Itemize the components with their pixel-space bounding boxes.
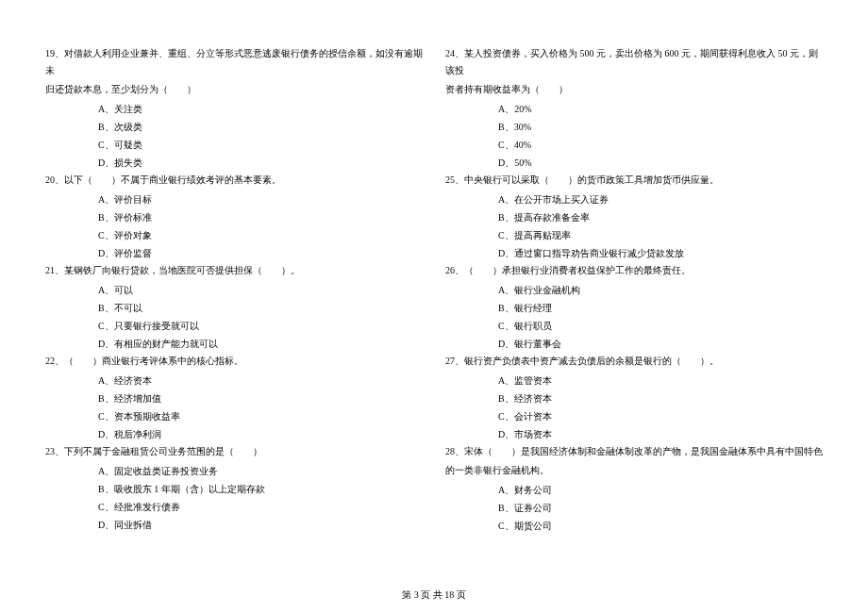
- right-column: 24、某人投资债券，买入价格为 500 元，卖出价格为 600 元，期间获得利息…: [445, 45, 823, 573]
- q25-opt-a: A、在公开市场上买入证券: [498, 191, 823, 208]
- q27-opt-b: B、经济资本: [498, 389, 823, 407]
- q27-opt-a: A、监管资本: [498, 372, 823, 389]
- q28-opt-b: B、证券公司: [498, 499, 823, 517]
- q22-opt-c: C、资本预期收益率: [98, 407, 423, 425]
- q26-opt-d: D、银行董事会: [498, 335, 823, 353]
- q26-line1: 26、（ ）承担银行业消费者权益保护工作的最终责任。: [445, 262, 823, 279]
- q22-line1: 22、（ ）商业银行考评体系中的核心指标。: [45, 353, 423, 370]
- left-column: 19、对借款人利用企业兼并、重组、分立等形式恶意逃废银行债务的授信余额，如没有逾…: [45, 45, 423, 573]
- q28-opt-c: C、期货公司: [498, 517, 823, 535]
- q25-opt-b: B、提高存款准备金率: [498, 208, 823, 226]
- q27-opt-c: C、会计资本: [498, 407, 823, 425]
- q24-opt-b: B、30%: [498, 118, 823, 136]
- q23-line1: 23、下列不属于金融租赁公司业务范围的是（ ）: [45, 443, 423, 460]
- q24-opt-d: D、50%: [498, 154, 823, 172]
- q19-opt-a: A、关注类: [98, 100, 423, 118]
- q22-opt-b: B、经济增加值: [98, 389, 423, 407]
- q21-opt-a: A、可以: [98, 281, 423, 299]
- q19-line2: 归还贷款本息，至少划分为（ ）: [45, 81, 423, 98]
- q21-opt-d: D、有相应的财产能力就可以: [98, 335, 423, 353]
- q19-opt-b: B、次级类: [98, 118, 423, 136]
- q20-line1: 20、以下（ ）不属于商业银行绩效考评的基本要素。: [45, 172, 423, 189]
- q24-line2: 资者持有期收益率为（ ）: [445, 81, 823, 98]
- q19-opt-d: D、损失类: [98, 154, 423, 172]
- q20-opt-c: C、评价对象: [98, 226, 423, 244]
- q26-opt-c: C、银行职员: [498, 317, 823, 335]
- q24-opt-a: A、20%: [498, 100, 823, 118]
- q28-opt-a: A、财务公司: [498, 481, 823, 499]
- q25-opt-d: D、通过窗口指导劝告商业银行减少贷款发放: [498, 244, 823, 262]
- q20-opt-a: A、评价目标: [98, 191, 423, 208]
- q20-opt-d: D、评价监督: [98, 244, 423, 262]
- q23-opt-d: D、同业拆借: [98, 516, 423, 534]
- q27-opt-d: D、市场资本: [498, 425, 823, 443]
- page-columns: 19、对借款人利用企业兼并、重组、分立等形式恶意逃废银行债务的授信余额，如没有逾…: [45, 45, 823, 573]
- q28-line2: 的一类非银行金融机构。: [445, 462, 823, 479]
- q24-opt-c: C、40%: [498, 136, 823, 154]
- q21-line1: 21、某钢铁厂向银行贷款，当地医院可否提供担保（ ）。: [45, 262, 423, 279]
- q22-opt-a: A、经济资本: [98, 372, 423, 389]
- q21-opt-b: B、不可以: [98, 299, 423, 317]
- q19-opt-c: C、可疑类: [98, 136, 423, 154]
- q23-opt-c: C、经批准发行债券: [98, 498, 423, 516]
- q26-opt-a: A、银行业金融机构: [498, 281, 823, 299]
- q21-opt-c: C、只要银行接受就可以: [98, 317, 423, 335]
- q24-line1: 24、某人投资债券，买入价格为 500 元，卖出价格为 600 元，期间获得利息…: [445, 45, 823, 79]
- q26-opt-b: B、银行经理: [498, 299, 823, 317]
- q23-opt-a: A、固定收益类证券投资业务: [98, 462, 423, 480]
- q23-opt-b: B、吸收股东 1 年期（含）以上定期存款: [98, 480, 423, 498]
- q25-line1: 25、中央银行可以采取（ ）的货币政策工具增加货币供应量。: [445, 172, 823, 189]
- q19-line1: 19、对借款人利用企业兼并、重组、分立等形式恶意逃废银行债务的授信余额，如没有逾…: [45, 45, 423, 79]
- q25-opt-c: C、提高再贴现率: [498, 226, 823, 244]
- q20-opt-b: B、评价标准: [98, 208, 423, 226]
- page-footer: 第 3 页 共 18 页: [0, 588, 868, 602]
- q22-opt-d: D、税后净利润: [98, 425, 423, 443]
- q28-line1: 28、宋体（ ）是我国经济体制和金融体制改革的产物，是我国金融体系中具有中国特色: [445, 443, 823, 460]
- q27-line1: 27、银行资产负债表中资产减去负债后的余额是银行的（ ）。: [445, 353, 823, 370]
